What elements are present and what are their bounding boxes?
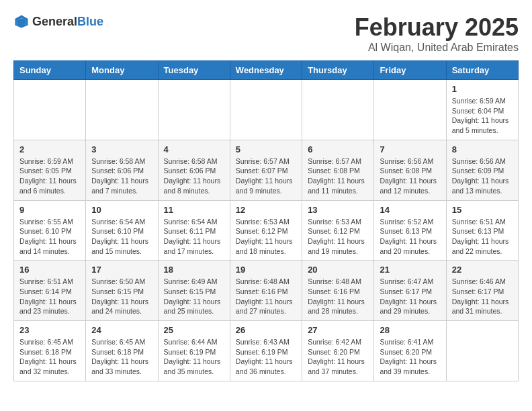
logo-general: General (32, 15, 77, 28)
day-info: Sunrise: 6:42 AM Sunset: 6:20 PM Dayligh… (308, 337, 368, 377)
calendar-header-tuesday: Tuesday (158, 61, 230, 80)
day-number: 14 (380, 205, 440, 215)
day-number: 7 (380, 144, 440, 154)
day-info: Sunrise: 6:59 AM Sunset: 6:04 PM Dayligh… (452, 96, 513, 136)
day-info: Sunrise: 6:54 AM Sunset: 6:10 PM Dayligh… (91, 217, 152, 257)
day-info: Sunrise: 6:51 AM Sunset: 6:13 PM Dayligh… (452, 217, 513, 257)
calendar-cell (158, 80, 230, 140)
day-number: 9 (19, 205, 80, 215)
logo: GeneralBlue (13, 13, 103, 30)
day-info: Sunrise: 6:58 AM Sunset: 6:06 PM Dayligh… (91, 156, 152, 196)
day-number: 23 (19, 325, 80, 335)
day-number: 21 (380, 265, 440, 275)
day-number: 17 (91, 265, 152, 275)
day-number: 16 (19, 265, 80, 275)
day-info: Sunrise: 6:44 AM Sunset: 6:19 PM Dayligh… (164, 337, 224, 377)
day-info: Sunrise: 6:57 AM Sunset: 6:07 PM Dayligh… (236, 156, 296, 196)
calendar-cell: 21Sunrise: 6:47 AM Sunset: 6:17 PM Dayli… (374, 261, 446, 321)
calendar-header-sunday: Sunday (14, 61, 86, 80)
calendar-week-1: 1Sunrise: 6:59 AM Sunset: 6:04 PM Daylig… (14, 80, 519, 140)
day-info: Sunrise: 6:48 AM Sunset: 6:16 PM Dayligh… (236, 277, 296, 316)
day-number: 4 (164, 144, 224, 154)
day-number: 3 (91, 144, 152, 154)
calendar-cell: 22Sunrise: 6:46 AM Sunset: 6:17 PM Dayli… (446, 261, 518, 321)
day-number: 22 (452, 265, 513, 275)
day-info: Sunrise: 6:59 AM Sunset: 6:05 PM Dayligh… (19, 156, 80, 196)
calendar-cell: 26Sunrise: 6:43 AM Sunset: 6:19 PM Dayli… (230, 321, 302, 381)
day-number: 6 (308, 144, 368, 154)
month-title: February 2025 (355, 13, 519, 42)
calendar-week-2: 2Sunrise: 6:59 AM Sunset: 6:05 PM Daylig… (14, 140, 519, 200)
day-number: 10 (91, 205, 152, 215)
calendar-cell (374, 80, 446, 140)
day-number: 15 (452, 205, 513, 215)
day-info: Sunrise: 6:51 AM Sunset: 6:14 PM Dayligh… (19, 277, 80, 316)
calendar-table: SundayMondayTuesdayWednesdayThursdayFrid… (13, 60, 519, 381)
calendar-cell: 24Sunrise: 6:45 AM Sunset: 6:18 PM Dayli… (86, 321, 158, 381)
day-info: Sunrise: 6:49 AM Sunset: 6:15 PM Dayligh… (164, 277, 224, 316)
calendar-cell: 8Sunrise: 6:56 AM Sunset: 6:09 PM Daylig… (446, 140, 518, 200)
calendar-cell (446, 321, 518, 381)
calendar-cell: 2Sunrise: 6:59 AM Sunset: 6:05 PM Daylig… (14, 140, 86, 200)
title-block: February 2025 Al Wiqan, United Arab Emir… (355, 13, 519, 54)
calendar-cell: 12Sunrise: 6:53 AM Sunset: 6:12 PM Dayli… (230, 200, 302, 261)
calendar-cell: 5Sunrise: 6:57 AM Sunset: 6:07 PM Daylig… (230, 140, 302, 200)
day-number: 27 (308, 325, 368, 335)
day-number: 24 (91, 325, 152, 335)
day-number: 20 (308, 265, 368, 275)
day-info: Sunrise: 6:57 AM Sunset: 6:08 PM Dayligh… (308, 156, 368, 196)
day-info: Sunrise: 6:55 AM Sunset: 6:10 PM Dayligh… (19, 217, 80, 257)
calendar-cell: 14Sunrise: 6:52 AM Sunset: 6:13 PM Dayli… (374, 200, 446, 261)
day-info: Sunrise: 6:47 AM Sunset: 6:17 PM Dayligh… (380, 277, 440, 316)
calendar-cell (230, 80, 302, 140)
calendar-header-thursday: Thursday (302, 61, 374, 80)
calendar-cell: 20Sunrise: 6:48 AM Sunset: 6:16 PM Dayli… (302, 261, 374, 321)
calendar-cell: 9Sunrise: 6:55 AM Sunset: 6:10 PM Daylig… (14, 200, 86, 261)
logo-blue: Blue (77, 15, 103, 28)
calendar-cell: 6Sunrise: 6:57 AM Sunset: 6:08 PM Daylig… (302, 140, 374, 200)
calendar-week-4: 16Sunrise: 6:51 AM Sunset: 6:14 PM Dayli… (14, 261, 519, 321)
day-number: 5 (236, 144, 296, 154)
day-info: Sunrise: 6:45 AM Sunset: 6:18 PM Dayligh… (91, 337, 152, 377)
calendar-week-3: 9Sunrise: 6:55 AM Sunset: 6:10 PM Daylig… (14, 200, 519, 261)
calendar-cell: 18Sunrise: 6:49 AM Sunset: 6:15 PM Dayli… (158, 261, 230, 321)
calendar-cell: 13Sunrise: 6:53 AM Sunset: 6:12 PM Dayli… (302, 200, 374, 261)
calendar-header-saturday: Saturday (446, 61, 518, 80)
calendar-header-wednesday: Wednesday (230, 61, 302, 80)
calendar-cell: 1Sunrise: 6:59 AM Sunset: 6:04 PM Daylig… (446, 80, 518, 140)
calendar-cell (302, 80, 374, 140)
day-number: 8 (452, 144, 513, 154)
day-number: 25 (164, 325, 224, 335)
calendar-cell: 15Sunrise: 6:51 AM Sunset: 6:13 PM Dayli… (446, 200, 518, 261)
calendar-cell: 25Sunrise: 6:44 AM Sunset: 6:19 PM Dayli… (158, 321, 230, 381)
day-number: 28 (380, 325, 440, 335)
day-info: Sunrise: 6:48 AM Sunset: 6:16 PM Dayligh… (308, 277, 368, 316)
day-info: Sunrise: 6:56 AM Sunset: 6:08 PM Dayligh… (380, 156, 440, 196)
calendar-cell: 4Sunrise: 6:58 AM Sunset: 6:06 PM Daylig… (158, 140, 230, 200)
day-info: Sunrise: 6:41 AM Sunset: 6:20 PM Dayligh… (380, 337, 440, 377)
day-number: 12 (236, 205, 296, 215)
day-info: Sunrise: 6:54 AM Sunset: 6:11 PM Dayligh… (164, 217, 224, 257)
calendar-cell: 27Sunrise: 6:42 AM Sunset: 6:20 PM Dayli… (302, 321, 374, 381)
day-number: 26 (236, 325, 296, 335)
calendar-week-5: 23Sunrise: 6:45 AM Sunset: 6:18 PM Dayli… (14, 321, 519, 381)
calendar-header-friday: Friday (374, 61, 446, 80)
page-header: GeneralBlue February 2025 Al Wiqan, Unit… (13, 13, 519, 54)
calendar-cell: 17Sunrise: 6:50 AM Sunset: 6:15 PM Dayli… (86, 261, 158, 321)
calendar-cell (86, 80, 158, 140)
calendar-cell (14, 80, 86, 140)
day-number: 19 (236, 265, 296, 275)
day-number: 1 (452, 84, 513, 94)
calendar-cell: 11Sunrise: 6:54 AM Sunset: 6:11 PM Dayli… (158, 200, 230, 261)
day-info: Sunrise: 6:50 AM Sunset: 6:15 PM Dayligh… (91, 277, 152, 316)
day-number: 13 (308, 205, 368, 215)
day-info: Sunrise: 6:53 AM Sunset: 6:12 PM Dayligh… (236, 217, 296, 257)
calendar-header-row: SundayMondayTuesdayWednesdayThursdayFrid… (14, 61, 519, 80)
day-info: Sunrise: 6:53 AM Sunset: 6:12 PM Dayligh… (308, 217, 368, 257)
day-number: 18 (164, 265, 224, 275)
day-number: 11 (164, 205, 224, 215)
calendar-cell: 19Sunrise: 6:48 AM Sunset: 6:16 PM Dayli… (230, 261, 302, 321)
day-info: Sunrise: 6:56 AM Sunset: 6:09 PM Dayligh… (452, 156, 513, 196)
day-info: Sunrise: 6:58 AM Sunset: 6:06 PM Dayligh… (164, 156, 224, 196)
day-info: Sunrise: 6:45 AM Sunset: 6:18 PM Dayligh… (19, 337, 80, 377)
